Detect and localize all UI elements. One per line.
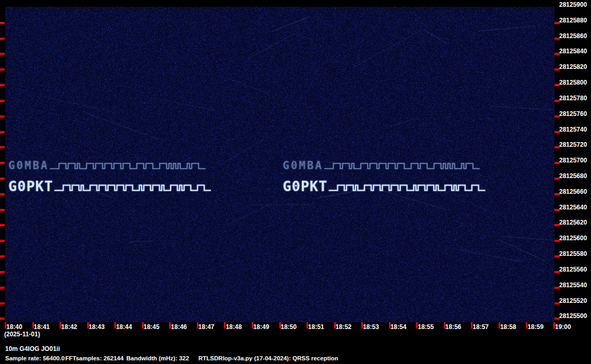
frequency-label: 28125580: [559, 250, 587, 257]
frequency-tick: [554, 84, 560, 86]
app-title-label: RTLSDRlop-v3a.py (17-04-2024): QRSS rece…: [198, 355, 338, 361]
frequency-tick: [0, 271, 5, 273]
frequency-tick: [554, 193, 560, 195]
frequency-label: 28125740: [559, 126, 587, 133]
time-label: 18:57: [472, 323, 489, 331]
frequency-tick: [0, 193, 5, 195]
frequency-tick: [0, 100, 5, 102]
time-label: 18:44: [116, 323, 132, 331]
frequency-tick: [554, 318, 560, 320]
time-label: 18:58: [500, 323, 516, 331]
frequency-tick: [554, 302, 560, 304]
date-label: (2025-11-01): [4, 331, 40, 338]
time-label: 18:41: [34, 323, 50, 331]
frequency-tick: [554, 224, 560, 226]
frequency-label: 28125760: [559, 110, 587, 118]
time-label: 18:48: [226, 323, 242, 331]
frequency-tick: [554, 255, 560, 257]
frequency-tick: [554, 240, 560, 242]
frequency-tick: [0, 209, 5, 211]
frequency-label: 28125860: [559, 32, 587, 40]
frequency-tick: [554, 287, 560, 289]
frequency-tick: [554, 178, 560, 180]
frequency-tick: [0, 287, 5, 289]
frequency-label: 28125640: [559, 204, 587, 211]
frequency-tick: [554, 131, 560, 133]
fft-samples-label: FFTsamples: 262144: [65, 355, 124, 361]
sample-rate-label: Sample rate: 56400.0: [5, 355, 65, 361]
frequency-label: 28125880: [559, 17, 587, 24]
time-label: 18:46: [171, 323, 187, 331]
frequency-label: 28125900: [559, 1, 587, 8]
frequency-label: 28125620: [559, 219, 587, 226]
frequency-label: 28125560: [559, 266, 587, 273]
spectrogram-waterfall: [5, 7, 554, 322]
frequency-tick: [0, 178, 5, 180]
frequency-label: 28125660: [559, 188, 587, 195]
frequency-tick: [554, 209, 560, 211]
frequency-label: 28125700: [559, 157, 587, 164]
frequency-tick: [0, 22, 5, 24]
frequency-label: 28125720: [559, 141, 587, 148]
time-label: 19:00: [555, 323, 571, 331]
qrss-grabber-screen: 2812590028125880281258602812584028125820…: [0, 0, 591, 364]
time-label: 18:42: [61, 323, 77, 331]
frequency-tick: [0, 84, 5, 86]
time-label: 18:43: [89, 323, 105, 331]
frequency-tick: [0, 162, 5, 164]
frequency-tick: [554, 22, 560, 24]
time-label: 18:45: [144, 323, 160, 331]
frequency-label: 28125840: [559, 48, 587, 55]
time-label: 18:54: [391, 323, 407, 331]
station-label: 10m G4IOG JO01ii: [5, 345, 60, 353]
time-label: 18:53: [363, 323, 379, 331]
frequency-tick: [0, 318, 5, 320]
frequency-tick: [0, 255, 5, 257]
time-label: 18:59: [527, 323, 543, 331]
frequency-label: 28125540: [559, 281, 587, 289]
frequency-label: 28125520: [559, 297, 587, 304]
frequency-tick: [0, 68, 5, 71]
frequency-tick: [554, 162, 560, 164]
frequency-tick: [0, 240, 5, 242]
frequency-label: 28125820: [559, 63, 587, 71]
frequency-tick: [554, 115, 560, 118]
bandwidth-label: Bandwidth (mHz): 322: [126, 355, 189, 361]
frequency-label: 28125680: [559, 172, 587, 180]
time-label: 18:40: [6, 323, 22, 331]
frequency-tick: [0, 302, 5, 304]
frequency-tick: [0, 146, 5, 148]
frequency-tick: [554, 68, 560, 71]
frequency-tick: [554, 100, 560, 102]
frequency-tick: [0, 115, 5, 118]
frequency-tick: [554, 271, 560, 273]
frequency-label: 28125500: [559, 312, 587, 320]
frequency-label: 28125780: [559, 95, 587, 102]
frequency-tick: [554, 38, 560, 40]
time-label: 18:49: [253, 323, 269, 331]
frequency-tick: [0, 131, 5, 133]
frequency-label: 28125800: [559, 79, 587, 86]
time-label: 18:51: [308, 323, 324, 331]
time-label: 18:50: [281, 323, 297, 331]
frequency-tick: [554, 53, 560, 55]
frequency-tick: [0, 38, 5, 40]
time-label: 18:47: [198, 323, 215, 331]
time-label: 18:55: [418, 323, 434, 331]
frequency-tick: [554, 146, 560, 148]
frequency-tick: [0, 224, 5, 226]
frequency-label: 28125600: [559, 234, 587, 242]
time-label: 18:56: [445, 323, 462, 331]
frequency-tick: [0, 53, 5, 55]
time-label: 18:52: [336, 323, 352, 331]
